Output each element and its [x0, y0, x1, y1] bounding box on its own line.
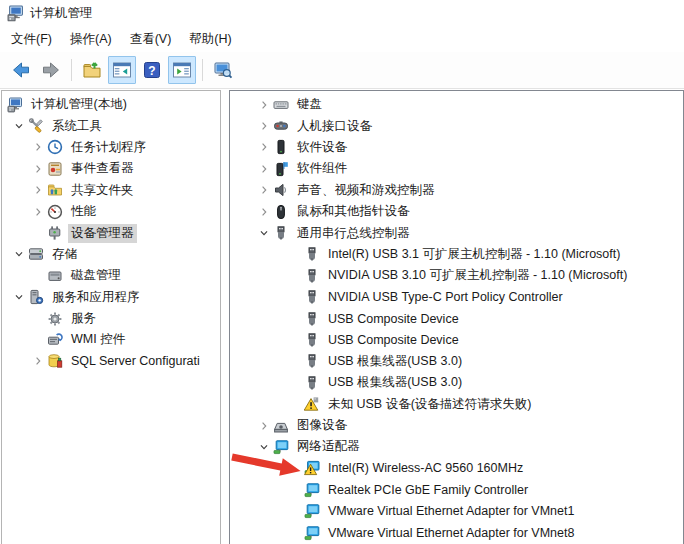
forward-arrow-icon	[41, 60, 61, 80]
chevron-right-icon[interactable]	[29, 204, 47, 220]
chevron-right-icon[interactable]	[255, 182, 273, 198]
new-window-button[interactable]	[209, 56, 237, 84]
back-button[interactable]	[7, 56, 35, 84]
expander-spacer	[286, 503, 304, 519]
tree-item-label: 服务	[68, 309, 99, 328]
export-folder-icon	[82, 60, 102, 80]
console-tree-item[interactable]: 性能	[2, 201, 220, 222]
chevron-right-icon[interactable]	[29, 139, 47, 155]
back-arrow-icon	[11, 60, 31, 80]
device-tree-item[interactable]: 键盘	[230, 94, 683, 115]
chevron-right-icon[interactable]	[29, 182, 47, 198]
device-tree-item[interactable]: 声音、视频和游戏控制器	[230, 180, 683, 201]
expander-spacer	[29, 268, 47, 284]
device-tree-item[interactable]: NVIDIA USB 3.10 可扩展主机控制器 - 1.10 (Microso…	[230, 265, 683, 286]
forward-button[interactable]	[37, 56, 65, 84]
menu-item-0[interactable]: 文件(F)	[2, 28, 61, 51]
console-tree-item[interactable]: SQL Server Configurati	[2, 351, 220, 372]
console-tree-item[interactable]: 系统工具	[2, 115, 220, 136]
device-tree-item[interactable]: 软件组件	[230, 158, 683, 179]
chevron-down-icon[interactable]	[10, 289, 28, 305]
help-button[interactable]: ?	[138, 56, 166, 84]
console-tree-item[interactable]: WMI 控件	[2, 329, 220, 350]
console-tree-item[interactable]: 存储	[2, 244, 220, 265]
expander-spacer	[286, 246, 304, 262]
tree-item-label: 存储	[49, 245, 80, 264]
device-tree-item[interactable]: USB Composite Device	[230, 329, 683, 350]
device-tree-item[interactable]: 软件设备	[230, 137, 683, 158]
device-tree-item[interactable]: 网络适配器	[230, 436, 683, 457]
tree-item-label: 图像设备	[294, 416, 350, 435]
device-tree-item[interactable]: Realtek PCIe GbE Family Controller	[230, 479, 683, 500]
imaging-icon	[273, 418, 289, 434]
tree-item-label: Intel(R) USB 3.1 可扩展主机控制器 - 1.10 (Micros…	[325, 245, 623, 264]
services-icon	[47, 311, 63, 327]
menu-item-1[interactable]: 操作(A)	[61, 28, 121, 51]
sound-icon	[273, 182, 289, 198]
device-tree-item[interactable]: VMware Virtual Ethernet Adapter for VMne…	[230, 522, 683, 543]
chevron-right-icon[interactable]	[255, 118, 273, 134]
usb-icon	[304, 289, 320, 305]
chevron-right-icon[interactable]	[255, 418, 273, 434]
computer-management-icon	[7, 97, 23, 113]
device-tree-item[interactable]: NVIDIA USB Type-C Port Policy Controller	[230, 287, 683, 308]
chevron-right-icon[interactable]	[255, 139, 273, 155]
chevron-right-icon[interactable]	[255, 97, 273, 113]
computer-search-icon	[213, 60, 233, 80]
tree-item-label: 通用串行总线控制器	[294, 224, 413, 243]
usb-icon	[304, 353, 320, 369]
action-pane-toggle-button[interactable]	[168, 56, 196, 84]
chevron-right-icon[interactable]	[29, 161, 47, 177]
device-tree-item[interactable]: USB 根集线器(USB 3.0)	[230, 372, 683, 393]
expander-spacer	[286, 482, 304, 498]
device-tree-item[interactable]: 未知 USB 设备(设备描述符请求失败)	[230, 393, 683, 414]
task-scheduler-icon	[47, 139, 63, 155]
device-tree-item[interactable]: 鼠标和其他指针设备	[230, 201, 683, 222]
chevron-down-icon[interactable]	[255, 225, 273, 241]
expander-spacer	[286, 332, 304, 348]
performance-icon	[47, 204, 63, 220]
console-tree-item[interactable]: 共享文件夹	[2, 180, 220, 201]
window-title: 计算机管理	[30, 5, 93, 22]
console-tree-item[interactable]: 服务和应用程序	[2, 287, 220, 308]
console-tree-item[interactable]: 设备管理器	[2, 222, 220, 243]
network-icon	[273, 439, 289, 455]
tree-item-label: 人机接口设备	[294, 117, 375, 136]
chevron-down-icon[interactable]	[255, 439, 273, 455]
device-tree-item[interactable]: 人机接口设备	[230, 115, 683, 136]
tree-item-label: NVIDIA USB 3.10 可扩展主机控制器 - 1.10 (Microso…	[325, 266, 630, 285]
chevron-right-icon[interactable]	[255, 204, 273, 220]
usb-icon	[304, 268, 320, 284]
usb-icon	[304, 332, 320, 348]
toolbar-separator	[202, 59, 203, 81]
menu-bar: 文件(F)操作(A)查看(V)帮助(H)	[0, 26, 684, 52]
device-tree-item[interactable]: USB Composite Device	[230, 308, 683, 329]
device-tree-item[interactable]: Intel(R) Wireless-AC 9560 160MHz	[230, 458, 683, 479]
device-tree-item[interactable]: USB 根集线器(USB 3.0)	[230, 351, 683, 372]
chevron-right-icon[interactable]	[29, 353, 47, 369]
export-list-button[interactable]	[78, 56, 106, 84]
console-tree-item[interactable]: 磁盘管理	[2, 265, 220, 286]
system-tools-icon	[28, 118, 44, 134]
expander-spacer	[286, 268, 304, 284]
tree-item-label: USB 根集线器(USB 3.0)	[325, 352, 465, 371]
console-tree-item[interactable]: 计算机管理(本地)	[2, 94, 220, 115]
device-tree-item[interactable]: 通用串行总线控制器	[230, 222, 683, 243]
menu-item-2[interactable]: 查看(V)	[121, 28, 181, 51]
console-tree-item[interactable]: 任务计划程序	[2, 137, 220, 158]
disk-management-icon	[47, 268, 63, 284]
tree-item-label: Intel(R) Wireless-AC 9560 160MHz	[325, 460, 526, 476]
console-tree-item[interactable]: 事件查看器	[2, 158, 220, 179]
toolbar-separator	[71, 59, 72, 81]
chevron-down-icon[interactable]	[10, 246, 28, 262]
device-tree-item[interactable]: VMware Virtual Ethernet Adapter for VMne…	[230, 500, 683, 521]
network-icon	[304, 503, 320, 519]
console-tree-toggle-button[interactable]	[108, 56, 136, 84]
device-tree-item[interactable]: Intel(R) USB 3.1 可扩展主机控制器 - 1.10 (Micros…	[230, 244, 683, 265]
chevron-right-icon[interactable]	[255, 161, 273, 177]
tree-item-label: 性能	[68, 202, 99, 221]
menu-item-3[interactable]: 帮助(H)	[180, 28, 240, 51]
device-tree-item[interactable]: 图像设备	[230, 415, 683, 436]
chevron-down-icon[interactable]	[10, 118, 28, 134]
console-tree-item[interactable]: 服务	[2, 308, 220, 329]
